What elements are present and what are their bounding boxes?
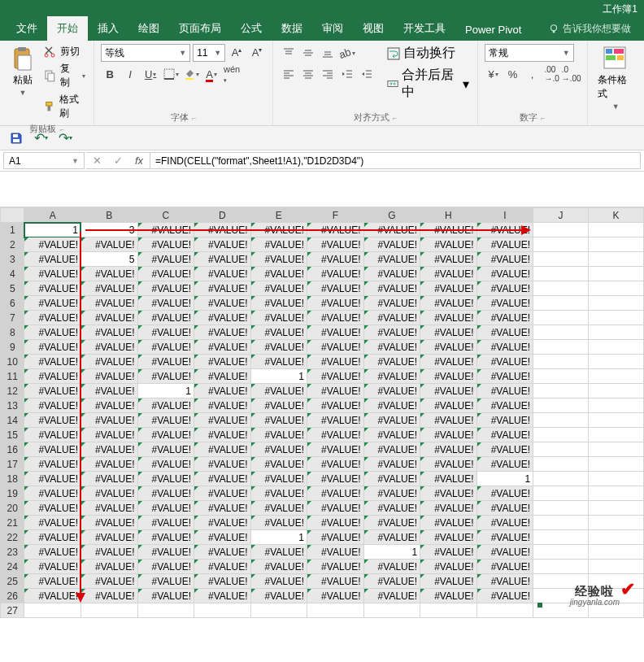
cell[interactable]: [533, 399, 589, 413]
cell[interactable]: #VALUE!: [250, 399, 307, 413]
cell[interactable]: #VALUE!: [307, 237, 364, 252]
comma-button[interactable]: ,: [524, 65, 542, 83]
cell[interactable]: #VALUE!: [420, 501, 477, 516]
cell[interactable]: #VALUE!: [137, 355, 194, 369]
cell[interactable]: #VALUE!: [137, 399, 194, 413]
cell[interactable]: #VALUE!: [24, 428, 81, 442]
cell[interactable]: [589, 325, 644, 340]
column-header[interactable]: H: [420, 208, 477, 223]
cell[interactable]: #VALUE!: [194, 516, 251, 530]
cell[interactable]: [533, 325, 589, 340]
row-header[interactable]: 7: [1, 311, 24, 325]
cell[interactable]: #VALUE!: [307, 472, 364, 486]
cell[interactable]: #VALUE!: [420, 486, 477, 501]
cell[interactable]: #VALUE!: [307, 413, 364, 428]
cell[interactable]: #VALUE!: [307, 516, 364, 530]
cell[interactable]: [589, 267, 644, 281]
tab-layout[interactable]: 页面布局: [169, 16, 231, 41]
cell[interactable]: #VALUE!: [80, 311, 137, 325]
column-header[interactable]: D: [194, 208, 251, 223]
cell[interactable]: [589, 355, 644, 369]
cell[interactable]: #VALUE!: [420, 237, 477, 252]
cell[interactable]: #VALUE!: [80, 296, 137, 311]
cell[interactable]: [589, 223, 644, 237]
align-right-button[interactable]: [319, 65, 337, 83]
cell[interactable]: #VALUE!: [137, 589, 194, 603]
cell[interactable]: #VALUE!: [363, 530, 420, 545]
cell[interactable]: #VALUE!: [137, 325, 194, 340]
cell[interactable]: #VALUE!: [24, 589, 81, 603]
cell[interactable]: #VALUE!: [363, 457, 420, 472]
cell[interactable]: #VALUE!: [420, 442, 477, 457]
increase-decimal-button[interactable]: .00→.0: [543, 65, 561, 83]
cell[interactable]: #VALUE!: [137, 574, 194, 589]
cell[interactable]: #VALUE!: [363, 355, 420, 369]
accounting-button[interactable]: ¥▾: [485, 65, 503, 83]
cell[interactable]: #VALUE!: [250, 472, 307, 486]
column-header[interactable]: I: [476, 208, 533, 223]
cell[interactable]: #VALUE!: [24, 252, 81, 267]
cell[interactable]: [589, 340, 644, 355]
row-header[interactable]: 17: [1, 457, 24, 472]
row-header[interactable]: 16: [1, 442, 24, 457]
row-header[interactable]: 11: [1, 369, 24, 384]
cell[interactable]: #VALUE!: [137, 281, 194, 296]
cell[interactable]: [589, 457, 644, 472]
cell[interactable]: [589, 413, 644, 428]
cell[interactable]: #VALUE!: [476, 340, 533, 355]
cut-button[interactable]: 剪切: [42, 44, 87, 59]
percent-button[interactable]: %: [504, 65, 522, 83]
cell[interactable]: #VALUE!: [250, 296, 307, 311]
cell[interactable]: [476, 603, 533, 618]
cell[interactable]: #VALUE!: [194, 252, 251, 267]
cell[interactable]: #VALUE!: [137, 560, 194, 574]
cell[interactable]: [589, 560, 644, 574]
cell[interactable]: #VALUE!: [250, 413, 307, 428]
cell[interactable]: [533, 428, 589, 442]
cell[interactable]: #VALUE!: [476, 589, 533, 603]
cell[interactable]: [533, 457, 589, 472]
align-left-button[interactable]: [280, 65, 298, 83]
cell[interactable]: #VALUE!: [80, 369, 137, 384]
cell[interactable]: [194, 603, 251, 618]
cell[interactable]: #VALUE!: [194, 501, 251, 516]
cell[interactable]: [533, 223, 589, 237]
cell[interactable]: #VALUE!: [420, 252, 477, 267]
cell[interactable]: [589, 296, 644, 311]
cell[interactable]: #VALUE!: [420, 340, 477, 355]
cell[interactable]: #VALUE!: [420, 545, 477, 560]
cell[interactable]: #VALUE!: [476, 413, 533, 428]
cell[interactable]: #VALUE!: [24, 530, 81, 545]
cell[interactable]: [533, 296, 589, 311]
cell[interactable]: #VALUE!: [476, 252, 533, 267]
cell[interactable]: [589, 281, 644, 296]
cell[interactable]: #VALUE!: [250, 384, 307, 399]
tab-data[interactable]: 数据: [272, 16, 312, 41]
cell[interactable]: #VALUE!: [250, 428, 307, 442]
cell[interactable]: #VALUE!: [80, 340, 137, 355]
cell[interactable]: #VALUE!: [24, 267, 81, 281]
cell[interactable]: #VALUE!: [250, 560, 307, 574]
cell[interactable]: #VALUE!: [194, 384, 251, 399]
cell[interactable]: #VALUE!: [137, 516, 194, 530]
tab-review[interactable]: 审阅: [312, 16, 353, 41]
cell[interactable]: #VALUE!: [250, 545, 307, 560]
cell[interactable]: #VALUE!: [24, 486, 81, 501]
cell[interactable]: [533, 413, 589, 428]
column-header[interactable]: E: [250, 208, 307, 223]
cell[interactable]: #VALUE!: [24, 560, 81, 574]
cell[interactable]: #VALUE!: [137, 457, 194, 472]
cell[interactable]: #VALUE!: [307, 399, 364, 413]
cell[interactable]: #VALUE!: [137, 369, 194, 384]
tab-insert[interactable]: 插入: [88, 16, 128, 41]
cell[interactable]: #VALUE!: [80, 472, 137, 486]
cell[interactable]: #VALUE!: [307, 428, 364, 442]
cell[interactable]: #VALUE!: [24, 516, 81, 530]
cell[interactable]: #VALUE!: [194, 413, 251, 428]
cell[interactable]: #VALUE!: [476, 560, 533, 574]
cell[interactable]: #VALUE!: [137, 501, 194, 516]
orientation-button[interactable]: ab▾: [338, 44, 356, 62]
decrease-decimal-button[interactable]: .0→.00: [563, 65, 581, 83]
cell[interactable]: #VALUE!: [476, 399, 533, 413]
cell[interactable]: #VALUE!: [307, 486, 364, 501]
